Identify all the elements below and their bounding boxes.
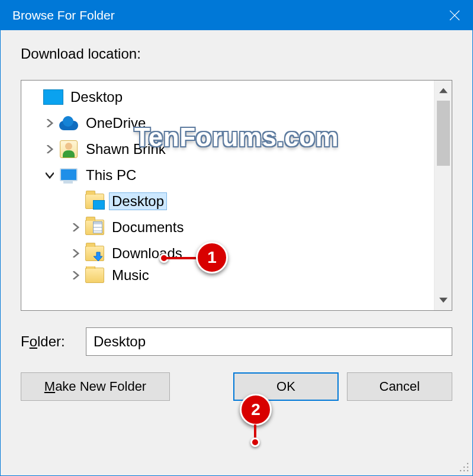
tree-item-desktop[interactable]: Desktop [21, 188, 434, 214]
tree-item-label: Desktop [109, 192, 167, 210]
tree-item-label: Music [109, 266, 152, 284]
folder-music-icon [84, 266, 105, 284]
desktop-root-icon [43, 86, 64, 108]
tree-item-label: Shawn Brink [83, 140, 169, 158]
titlebar: Browse For Folder [1, 1, 472, 30]
user-folder-icon [58, 139, 79, 160]
browse-for-folder-dialog: Browse For Folder Download location: Ten… [0, 0, 473, 476]
chevron-right-icon[interactable] [67, 271, 84, 279]
chevron-right-icon[interactable] [67, 249, 84, 258]
close-icon [449, 10, 460, 21]
prompt-label: Download location: [21, 46, 452, 62]
close-button[interactable] [437, 1, 472, 30]
onedrive-icon [58, 112, 79, 134]
tree-item-this-pc[interactable]: This PC [21, 162, 434, 188]
scroll-thumb[interactable] [437, 101, 450, 166]
tree-item-documents[interactable]: Documents [21, 214, 434, 240]
resize-grip[interactable] [458, 461, 470, 473]
vertical-scrollbar[interactable] [434, 81, 452, 310]
tree-item-desktop-root[interactable]: Desktop [21, 84, 434, 110]
folder-desktop-icon [84, 191, 105, 212]
folder-downloads-icon [84, 243, 105, 264]
tree-item-music[interactable]: Music [21, 266, 434, 284]
folder-name-input[interactable] [86, 327, 452, 356]
tree-item-label: Downloads [109, 245, 185, 262]
scroll-down-button[interactable] [435, 290, 452, 310]
tree-item-label: Desktop [67, 88, 126, 106]
chevron-right-icon[interactable] [41, 145, 58, 153]
scroll-track[interactable] [435, 166, 452, 290]
button-row: Make New Folder OK Cancel [21, 372, 452, 401]
chevron-right-icon[interactable] [67, 223, 84, 231]
tree-item-label: This PC [83, 166, 139, 184]
tree-item-label: Documents [109, 218, 186, 236]
tree-item-label: OneDrive [83, 114, 149, 132]
folder-documents-icon [84, 217, 105, 238]
this-pc-icon [58, 165, 79, 186]
tree-item-user[interactable]: Shawn Brink [21, 136, 434, 162]
annotation-2: 2 [237, 394, 279, 459]
folder-tree[interactable]: Desktop OneDrive Shawn Brink This PC [21, 81, 434, 310]
folder-tree-container: Desktop OneDrive Shawn Brink This PC [21, 80, 452, 311]
window-title: Browse For Folder [12, 8, 115, 22]
chevron-right-icon[interactable] [41, 119, 58, 127]
folder-label: Folder: [21, 333, 86, 350]
ok-button[interactable]: OK [233, 372, 339, 401]
cancel-button[interactable]: Cancel [347, 372, 452, 401]
tree-item-downloads[interactable]: Downloads [21, 240, 434, 266]
make-new-folder-button[interactable]: Make New Folder [21, 372, 170, 401]
folder-field-row: Folder: [21, 327, 452, 356]
tree-item-onedrive[interactable]: OneDrive [21, 110, 434, 136]
dialog-body: Download location: TenForums.com Desktop… [1, 30, 472, 475]
scroll-up-button[interactable] [435, 81, 452, 101]
chevron-down-icon[interactable] [41, 171, 58, 179]
